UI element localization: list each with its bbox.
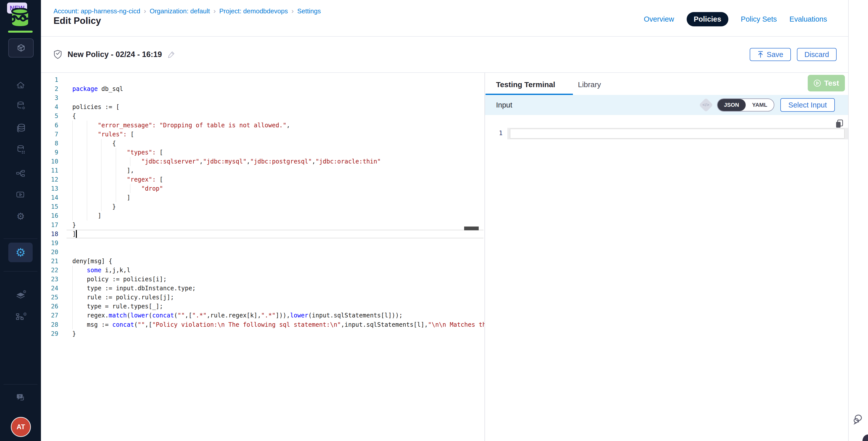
- code-format-icon[interactable]: </>: [699, 98, 713, 112]
- sidebar-item-account-settings[interactable]: ⚙: [0, 289, 41, 301]
- org-structure-gear-icon: ⚙: [15, 310, 26, 321]
- policy-name: New Policy - 02/24 - 16:19: [68, 50, 162, 59]
- help-chat-icon: ?: [15, 392, 26, 403]
- code-line[interactable]: 8 {: [41, 139, 485, 148]
- svg-text:⚙: ⚙: [23, 289, 26, 294]
- svg-text:⚙: ⚙: [22, 106, 25, 110]
- breadcrumb: Account: app-harness-ng-cicd › Organizat…: [54, 7, 321, 15]
- tab-overview[interactable]: Overview: [644, 15, 674, 23]
- database-gear-icon: ⚙: [15, 100, 26, 111]
- text-cursor: [76, 230, 77, 238]
- code-line[interactable]: 24 type := input.dbInstance.type;: [41, 284, 485, 293]
- sidebar-item-executions[interactable]: [0, 190, 41, 200]
- input-label: Input: [496, 101, 513, 109]
- save-button[interactable]: Save: [750, 48, 791, 61]
- breadcrumb-account[interactable]: Account: app-harness-ng-cicd: [54, 7, 140, 15]
- policy-code-editor[interactable]: 12package db_sql34policies := [5{6 "erro…: [41, 73, 485, 441]
- code-line[interactable]: 23 policy := policies[i];: [41, 275, 485, 284]
- svg-text:⚙: ⚙: [15, 246, 26, 259]
- test-input-field[interactable]: [510, 129, 845, 138]
- upload-icon: [757, 51, 764, 58]
- edit-pencil-icon[interactable]: [167, 51, 175, 58]
- code-line[interactable]: 11 ],: [41, 166, 485, 175]
- svg-text:⚙: ⚙: [23, 312, 26, 317]
- sidebar-item-pipelines[interactable]: [0, 169, 41, 179]
- code-line[interactable]: 26 type = rule.types[_];: [41, 302, 485, 311]
- module-selector[interactable]: [8, 38, 34, 58]
- test-button[interactable]: Test: [808, 75, 845, 91]
- code-line[interactable]: 18]: [41, 229, 485, 239]
- breadcrumb-settings[interactable]: Settings: [298, 7, 321, 15]
- code-line[interactable]: 10 "jdbc:sqlserver","jdbc:mysql","jdbc:p…: [41, 157, 485, 166]
- sidebar-item-project-settings-active[interactable]: ⚙: [8, 243, 33, 262]
- cursor-overview-marker: [464, 226, 479, 230]
- sidebar-item-db-instances[interactable]: [0, 144, 41, 155]
- code-line[interactable]: 12 "regex": [: [41, 175, 485, 184]
- format-option-yaml[interactable]: YAML: [746, 99, 774, 111]
- code-line[interactable]: 2package db_sql: [41, 84, 485, 93]
- input-header: Input </> JSON YAML Select Input: [485, 95, 848, 115]
- code-line[interactable]: 3: [41, 93, 485, 102]
- sidebar-item-org-settings[interactable]: ⚙: [0, 310, 41, 321]
- code-line[interactable]: 28 msg := concat("",["Policy violation:\…: [41, 320, 485, 329]
- code-line[interactable]: 13 "drop": [41, 184, 485, 193]
- database-stack-icon: [15, 123, 26, 134]
- page-header: Account: app-harness-ng-cicd › Organizat…: [41, 0, 848, 37]
- avatar[interactable]: AT: [11, 417, 31, 437]
- code-line[interactable]: 21deny[msg] {: [41, 257, 485, 266]
- policy-toolbar: New Policy - 02/24 - 16:19 Save Discard: [41, 37, 848, 73]
- code-line[interactable]: 4policies := [: [41, 102, 485, 112]
- select-input-button[interactable]: Select Input: [780, 98, 835, 112]
- breadcrumb-separator: ›: [144, 7, 146, 15]
- input-editor-line-number: 1: [498, 130, 502, 137]
- active-module-indicator: [8, 31, 33, 33]
- code-line[interactable]: 15 }: [41, 202, 485, 211]
- tab-evaluations[interactable]: Evaluations: [789, 15, 827, 23]
- home-icon: [15, 80, 26, 90]
- code-line[interactable]: 7 "rules": [: [41, 130, 485, 139]
- discard-button[interactable]: Discard: [797, 48, 837, 61]
- testing-panel: Testing Terminal Library Test Input </> …: [485, 73, 848, 441]
- code-line[interactable]: 9 "types": [: [41, 148, 485, 157]
- database-dots-icon: [15, 144, 26, 155]
- tab-policies[interactable]: Policies: [687, 12, 728, 26]
- code-line[interactable]: 25 rule := policy.rules[j];: [41, 293, 485, 302]
- breadcrumb-separator: ›: [291, 7, 293, 15]
- tab-testing-terminal[interactable]: Testing Terminal: [496, 81, 555, 89]
- format-toggle: JSON YAML: [717, 98, 774, 112]
- sidebar-item-gear[interactable]: ⚙: [0, 211, 41, 222]
- settings-gear-active-icon: ⚙: [14, 246, 27, 259]
- chat-bubbles-icon[interactable]: [853, 413, 865, 425]
- gear-icon: ⚙: [15, 211, 26, 222]
- breadcrumb-project[interactable]: Project: demodbdevops: [219, 7, 288, 15]
- code-line[interactable]: 27 regex.match(lower(concat("",[".*",rul…: [41, 311, 485, 320]
- sidebar-item-home[interactable]: [0, 80, 41, 90]
- tab-library[interactable]: Library: [578, 81, 601, 89]
- harness-dbdevops-logo: [11, 8, 29, 27]
- layers-gear-icon: ⚙: [15, 289, 26, 301]
- breadcrumb-organization[interactable]: Organization: default: [150, 7, 210, 15]
- sidebar-item-db-settings[interactable]: ⚙: [0, 100, 41, 111]
- code-line[interactable]: 5{: [41, 112, 485, 121]
- tab-policy-sets[interactable]: Policy Sets: [741, 15, 777, 23]
- sidebar-item-help[interactable]: ?: [0, 392, 41, 403]
- code-line[interactable]: 29}: [41, 329, 485, 338]
- code-line[interactable]: 19: [41, 239, 485, 248]
- sidebar-item-db-stack[interactable]: [0, 123, 41, 134]
- svg-text:?: ?: [19, 395, 21, 398]
- code-line[interactable]: 20: [41, 248, 485, 257]
- code-line[interactable]: 14 ]: [41, 193, 485, 202]
- copy-icon[interactable]: [835, 119, 844, 129]
- play-circle-icon: [813, 80, 821, 87]
- code-line[interactable]: 16 ]: [41, 211, 485, 220]
- sidebar-divider: [3, 239, 37, 239]
- code-line[interactable]: 6 "error_message": "Dropping of table is…: [41, 121, 485, 130]
- format-option-json[interactable]: JSON: [718, 99, 746, 111]
- input-editor-active-line: [507, 128, 848, 139]
- code-line[interactable]: 22 some i,j,k,l: [41, 266, 485, 275]
- pipeline-nodes-icon: [15, 169, 26, 179]
- policy-nav-tabs: Overview Policies Policy Sets Evaluation…: [644, 12, 827, 26]
- code-line[interactable]: 1: [41, 75, 485, 84]
- code-line[interactable]: 17}: [41, 220, 485, 229]
- panel-tabs: Testing Terminal Library Test: [485, 73, 848, 95]
